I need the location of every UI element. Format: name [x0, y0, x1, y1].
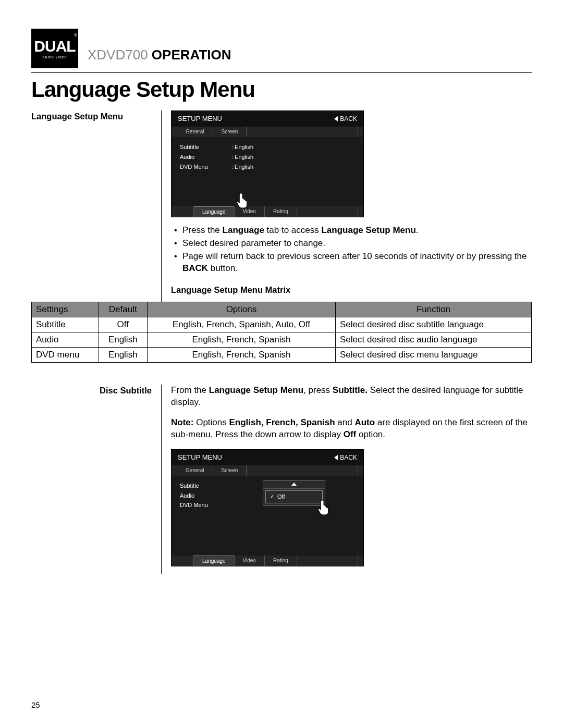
brand-logo: ® DUAL audio·video: [31, 29, 78, 68]
section-word: OPERATION: [152, 47, 231, 63]
osd-screenshot-2: SETUP MENU BACK General Screen Subtitle …: [171, 449, 364, 566]
osd-screenshot-1: SETUP MENU BACK General Screen SubtitleE…: [171, 110, 364, 217]
col-options: Options: [147, 302, 335, 317]
bullet-1: Press the Language tab to access Languag…: [171, 225, 532, 237]
model-section-title: XDVD700 OPERATION: [88, 47, 231, 63]
bullet-3: Page will return back to previous screen…: [171, 251, 532, 275]
instruction-list: Press the Language tab to access Languag…: [171, 225, 532, 275]
hand-pointer-icon: [234, 192, 252, 209]
tab-general: General: [177, 127, 213, 137]
osd-bottom-tabs: Language Video Rating: [172, 206, 363, 217]
osd-title: SETUP MENU: [178, 114, 222, 124]
hand-pointer-icon: [315, 499, 333, 516]
header-rule: [31, 72, 532, 73]
col-default: Default: [99, 302, 147, 317]
tab-general: General: [177, 465, 213, 476]
tab-screen: Screen: [213, 465, 247, 476]
brand-subtitle: audio·video: [43, 55, 67, 59]
dropdown-option-off: ✓Off: [265, 490, 323, 503]
model-number: XDVD700: [88, 47, 148, 63]
page-title: Language Setup Menu: [31, 77, 532, 102]
osd-back-button: BACK: [334, 453, 357, 462]
matrix-title: Language Setup Menu Matrix: [171, 284, 532, 295]
bullet-2: Select desired parameter to change.: [171, 238, 532, 250]
tab-rating: Rating: [264, 556, 297, 566]
tab-rating: Rating: [264, 206, 297, 217]
brand-name: DUAL: [34, 39, 75, 54]
tab-language: Language: [193, 556, 234, 566]
page-header: ® DUAL audio·video XDVD700 OPERATION: [31, 29, 532, 68]
table-row: Subtitle Off English, French, Spanish, A…: [32, 317, 532, 332]
osd-bottom-tabs: Language Video Rating: [172, 556, 363, 566]
table-row: Audio English English, French, Spanish S…: [32, 332, 532, 348]
tab-video: Video: [234, 556, 264, 566]
arrow-up-icon: [291, 483, 297, 486]
check-icon: ✓: [270, 493, 274, 500]
tab-language: Language: [193, 206, 234, 217]
section-disc-subtitle: Disc Subtitle From the Language Setup Me…: [31, 385, 532, 574]
col-settings: Settings: [32, 302, 99, 317]
scroll-up-row: [263, 480, 325, 489]
registered-mark: ®: [74, 33, 77, 38]
back-arrow-icon: [334, 455, 338, 460]
osd-top-tabs: General Screen: [172, 127, 363, 137]
back-arrow-icon: [334, 116, 338, 121]
page-number: 25: [31, 700, 40, 709]
section-language-setup: Language Setup Menu SETUP MENU BACK Gene…: [31, 110, 532, 302]
tab-screen: Screen: [213, 127, 247, 137]
osd-back-button: BACK: [334, 115, 357, 123]
osd-title: SETUP MENU: [178, 453, 222, 462]
section-label: Language Setup Menu: [31, 110, 162, 302]
section-label: Disc Subtitle: [31, 385, 162, 574]
section-content: SETUP MENU BACK General Screen SubtitleE…: [162, 110, 532, 302]
osd-body: SubtitleEnglish AudioEnglish DVD MenuEng…: [172, 137, 363, 206]
table-row: DVD menu English English, French, Spanis…: [32, 348, 532, 363]
disc-subtitle-para2: Note: Options English, French, Spanish a…: [171, 417, 532, 441]
disc-subtitle-para1: From the Language Setup Menu, press Subt…: [171, 385, 532, 409]
section-content: From the Language Setup Menu, press Subt…: [162, 385, 532, 574]
osd-top-tabs: General Screen: [172, 465, 363, 476]
language-matrix-table: Settings Default Options Function Subtit…: [31, 302, 532, 363]
col-function: Function: [335, 302, 531, 317]
